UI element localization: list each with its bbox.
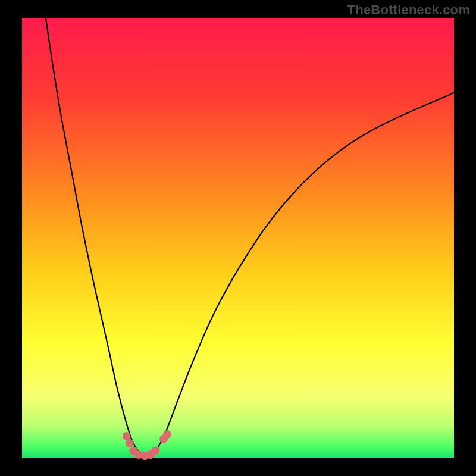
plot-background <box>22 18 454 458</box>
trough-marker <box>126 439 134 447</box>
trough-marker <box>151 446 159 455</box>
watermark-text: TheBottleneck.com <box>347 2 470 18</box>
chart-frame: TheBottleneck.com <box>0 0 476 476</box>
chart-svg <box>0 0 476 476</box>
trough-marker <box>163 430 171 439</box>
